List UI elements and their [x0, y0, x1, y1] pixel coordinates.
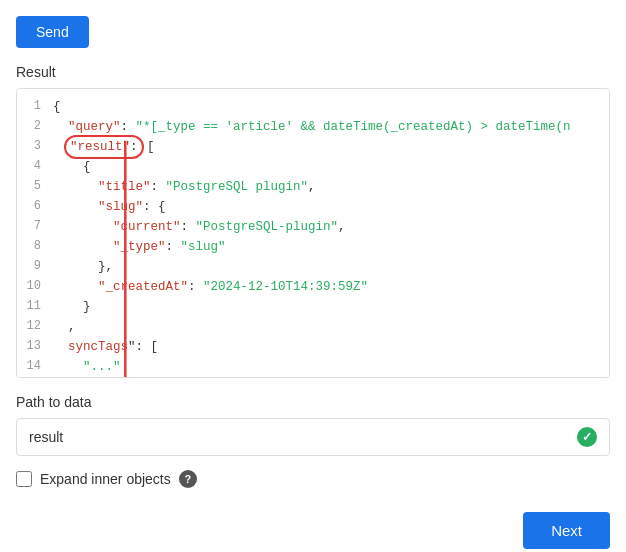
line-number: 9: [17, 257, 53, 276]
line-code: "result": [: [53, 137, 155, 157]
line-code: "_type": "slug": [53, 237, 226, 257]
line-number: 14: [17, 357, 53, 376]
line-code: ,: [53, 317, 76, 337]
line-number: 10: [17, 277, 53, 296]
expand-checkbox[interactable]: [16, 471, 32, 487]
path-to-data-label: Path to data: [16, 394, 610, 410]
line-code: "slug": {: [53, 197, 166, 217]
line-number: 1: [17, 97, 53, 116]
valid-check-icon: [577, 427, 597, 447]
code-line: 1 {: [17, 97, 609, 117]
help-icon[interactable]: ?: [179, 470, 197, 488]
line-code: {: [53, 157, 91, 177]
code-line: 6 "slug": {: [17, 197, 609, 217]
line-code: }: [53, 297, 91, 317]
line-code: "current": "PostgreSQL-plugin",: [53, 217, 346, 237]
path-input-wrapper: [16, 418, 610, 456]
line-number: 3: [17, 137, 53, 156]
line-number: 6: [17, 197, 53, 216]
expand-row: Expand inner objects ?: [16, 470, 610, 488]
line-code: "...": [53, 357, 121, 377]
code-line: 13 syncTags": [: [17, 337, 609, 357]
code-line: 7 "current": "PostgreSQL-plugin",: [17, 217, 609, 237]
code-line: 12 ,: [17, 317, 609, 337]
line-code: },: [53, 257, 113, 277]
line-number: 12: [17, 317, 53, 336]
line-number: 4: [17, 157, 53, 176]
code-line: 4 {: [17, 157, 609, 177]
line-number: 13: [17, 337, 53, 356]
next-button[interactable]: Next: [523, 512, 610, 549]
code-line: 2 "query": "*[_type == 'article' && date…: [17, 117, 609, 137]
line-number: 5: [17, 177, 53, 196]
line-number: 8: [17, 237, 53, 256]
path-to-data-input[interactable]: [29, 429, 577, 445]
result-label: Result: [16, 64, 610, 80]
code-line: 11 }: [17, 297, 609, 317]
line-number: 11: [17, 297, 53, 316]
result-panel: 1 { 2 "query": "*[_type == 'article' && …: [16, 88, 610, 378]
line-code: {: [53, 97, 61, 117]
line-number: 2: [17, 117, 53, 136]
code-line: 8 "_type": "slug": [17, 237, 609, 257]
line-number: 7: [17, 217, 53, 236]
line-code: "title": "PostgreSQL plugin",: [53, 177, 316, 197]
footer: Next: [16, 504, 610, 549]
line-code: "query": "*[_type == 'article' && dateTi…: [53, 117, 571, 137]
line-code: "_createdAt": "2024-12-10T14:39:59Z": [53, 277, 368, 297]
code-content: 1 { 2 "query": "*[_type == 'article' && …: [17, 89, 609, 378]
code-line: 10 "_createdAt": "2024-12-10T14:39:59Z": [17, 277, 609, 297]
send-button[interactable]: Send: [16, 16, 89, 48]
code-line: 9 },: [17, 257, 609, 277]
expand-label: Expand inner objects: [40, 471, 171, 487]
code-line-result: 3 "result": [: [17, 137, 609, 157]
code-line: 14 "...": [17, 357, 609, 377]
code-line: 5 "title": "PostgreSQL plugin",: [17, 177, 609, 197]
line-code: syncTags": [: [53, 337, 158, 357]
